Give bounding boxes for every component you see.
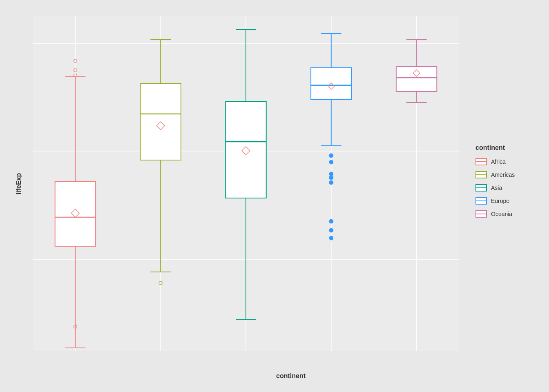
- svg-rect-36: [225, 102, 266, 198]
- svg-point-47: [329, 180, 333, 185]
- legend: continent Africa Americas Asia: [467, 136, 549, 232]
- legend-item-asia: Asia: [475, 184, 545, 192]
- legend-item-oceania: Oceania: [475, 210, 545, 218]
- plot-inner: 80 60 40 Africa Americas Asia Europe Oce…: [33, 16, 459, 351]
- plot-area: lifeExp continent 80: [33, 16, 549, 351]
- legend-box-oceania: [475, 210, 487, 218]
- svg-point-50: [329, 160, 333, 164]
- y-axis-label: lifeExp: [15, 173, 22, 194]
- legend-item-americas: Americas: [475, 171, 545, 178]
- legend-box-africa: [475, 158, 487, 165]
- svg-point-46: [329, 228, 333, 232]
- svg-point-45: [329, 236, 333, 240]
- legend-label-oceania: Oceania: [491, 211, 512, 217]
- legend-title: continent: [475, 144, 545, 151]
- legend-label-americas: Americas: [491, 172, 515, 178]
- chart-svg: 80 60 40 Africa Americas Asia Europe Oce…: [33, 16, 459, 351]
- legend-label-europe: Europe: [491, 198, 509, 204]
- svg-rect-42: [311, 68, 351, 100]
- legend-item-africa: Africa: [475, 158, 545, 165]
- svg-rect-56: [396, 67, 437, 91]
- legend-item-europe: Europe: [475, 197, 545, 205]
- legend-box-asia: [475, 184, 487, 192]
- svg-point-51: [329, 154, 333, 158]
- x-axis-label: continent: [276, 372, 306, 380]
- svg-point-49: [329, 172, 333, 176]
- legend-box-europe: [475, 197, 487, 205]
- legend-box-americas: [475, 171, 487, 178]
- legend-label-africa: Africa: [491, 158, 506, 165]
- legend-label-asia: Asia: [491, 185, 502, 191]
- chart-container: lifeExp continent 80: [0, 0, 549, 392]
- svg-rect-19: [55, 182, 96, 246]
- svg-point-52: [329, 219, 333, 223]
